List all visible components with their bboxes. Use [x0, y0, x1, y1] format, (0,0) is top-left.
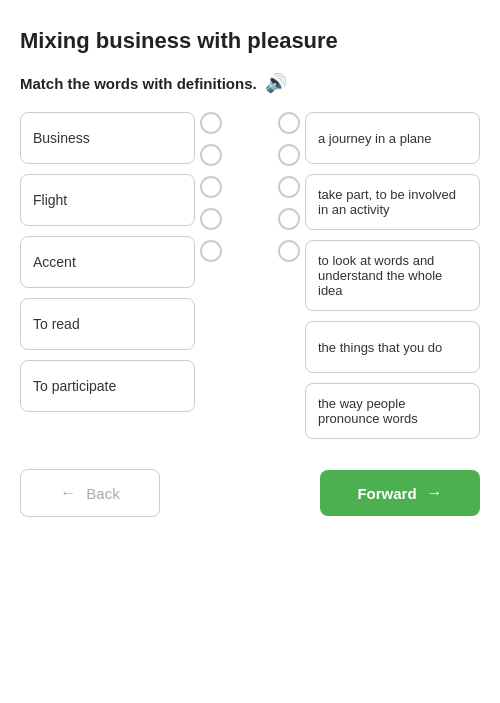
right-circle-3[interactable]: [278, 176, 300, 198]
instruction-text: Match the words with definitions.: [20, 75, 257, 92]
word-box-3: Accent: [20, 236, 195, 288]
right-circle-2[interactable]: [278, 144, 300, 166]
def-box-1: a journey in a plane: [305, 112, 480, 164]
forward-button[interactable]: Forward →: [320, 470, 480, 516]
def-box-2: take part, to be involved in an activity: [305, 174, 480, 230]
back-arrow-icon: ←: [60, 484, 76, 502]
page-title: Mixing business with pleasure: [20, 28, 480, 54]
word-box-4: To read: [20, 298, 195, 350]
right-circles: [278, 112, 300, 262]
def-box-4: the things that you do: [305, 321, 480, 373]
word-box-1: Business: [20, 112, 195, 164]
footer-buttons: ← Back Forward →: [20, 469, 480, 517]
words-column: Business Flight Accent To read To partic…: [20, 112, 195, 412]
left-circles: [200, 112, 222, 262]
def-box-5: the way people pronounce words: [305, 383, 480, 439]
left-circle-2[interactable]: [200, 144, 222, 166]
definitions-column: a journey in a plane take part, to be in…: [305, 112, 480, 439]
left-circle-3[interactable]: [200, 176, 222, 198]
word-box-2: Flight: [20, 174, 195, 226]
left-circle-5[interactable]: [200, 240, 222, 262]
left-circle-4[interactable]: [200, 208, 222, 230]
right-circle-5[interactable]: [278, 240, 300, 262]
back-button-label: Back: [86, 485, 119, 502]
def-box-3: to look at words and understand the whol…: [305, 240, 480, 311]
back-button[interactable]: ← Back: [20, 469, 160, 517]
word-box-5: To participate: [20, 360, 195, 412]
right-circle-4[interactable]: [278, 208, 300, 230]
left-circle-1[interactable]: [200, 112, 222, 134]
matching-area: Business Flight Accent To read To partic…: [20, 112, 480, 439]
forward-button-label: Forward: [357, 485, 416, 502]
right-circle-1[interactable]: [278, 112, 300, 134]
speaker-icon[interactable]: 🔊: [265, 72, 287, 94]
forward-arrow-icon: →: [427, 484, 443, 502]
